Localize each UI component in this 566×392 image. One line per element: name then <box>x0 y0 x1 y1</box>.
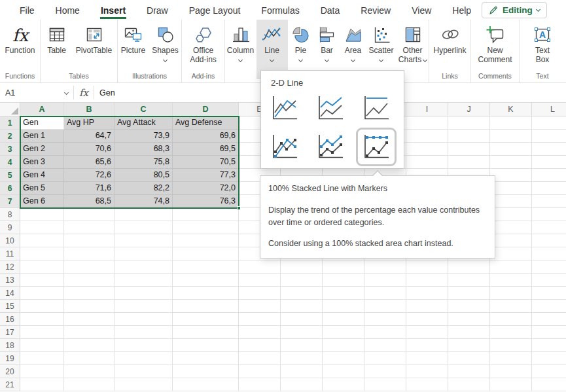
row-header-15[interactable]: 15 <box>0 300 20 313</box>
row-header-17[interactable]: 17 <box>0 326 20 339</box>
cell-B9[interactable] <box>64 221 115 234</box>
row-header-21[interactable]: 21 <box>0 378 20 391</box>
cell-F14[interactable] <box>281 287 323 300</box>
cell-K18[interactable] <box>490 339 532 352</box>
cell-J17[interactable] <box>448 326 490 339</box>
cell-A12[interactable] <box>20 260 64 274</box>
cell-B18[interactable] <box>64 339 115 352</box>
cell-C15[interactable] <box>115 300 173 313</box>
cell-G14[interactable] <box>323 287 364 300</box>
cell-E19[interactable] <box>239 352 281 365</box>
cell-A14[interactable] <box>20 287 64 300</box>
cell-C16[interactable] <box>115 313 173 326</box>
cell-B3[interactable]: 70,6 <box>64 143 115 156</box>
cell-A11[interactable] <box>20 247 64 260</box>
cell-E14[interactable] <box>239 287 281 300</box>
cell-C1[interactable]: Avg Attack <box>115 116 173 130</box>
cell-J4[interactable] <box>448 156 490 169</box>
cell-F17[interactable] <box>281 326 323 339</box>
cell-C5[interactable]: 80,5 <box>115 169 173 182</box>
cell-H18[interactable] <box>364 339 406 352</box>
row-header-2[interactable]: 2 <box>0 130 20 143</box>
cell-K2[interactable] <box>490 130 532 143</box>
cell-D9[interactable] <box>173 221 239 234</box>
cell-E17[interactable] <box>239 326 281 339</box>
cell-L7[interactable] <box>532 195 566 208</box>
cell-B6[interactable]: 71,6 <box>64 182 115 195</box>
cell-L18[interactable] <box>532 339 566 352</box>
cell-D14[interactable] <box>173 287 239 300</box>
menu-tab-formulas[interactable]: Formulas <box>251 1 310 18</box>
cell-A10[interactable] <box>20 234 64 247</box>
row-header-6[interactable]: 6 <box>0 182 20 195</box>
cell-L3[interactable] <box>532 143 566 156</box>
column-header-a[interactable]: A <box>20 103 64 116</box>
cell-J2[interactable] <box>448 130 490 143</box>
cell-K12[interactable] <box>490 260 532 274</box>
cell-H16[interactable] <box>364 313 406 326</box>
cell-K4[interactable] <box>490 156 532 169</box>
cell-A17[interactable] <box>20 326 64 339</box>
cell-L2[interactable] <box>532 130 566 143</box>
cell-D21[interactable] <box>173 378 239 391</box>
cell-C10[interactable] <box>115 234 173 247</box>
editing-mode-button[interactable]: Editing <box>482 2 547 18</box>
row-header-4[interactable]: 4 <box>0 156 20 169</box>
cell-J12[interactable] <box>448 260 490 274</box>
cell-K15[interactable] <box>490 300 532 313</box>
cell-D19[interactable] <box>173 352 239 365</box>
row-header-14[interactable]: 14 <box>0 287 20 300</box>
cell-A9[interactable] <box>20 221 64 234</box>
cell-D13[interactable] <box>173 274 239 287</box>
cell-H12[interactable] <box>364 260 406 274</box>
cell-F19[interactable] <box>281 352 323 365</box>
cell-C4[interactable]: 75,8 <box>115 156 173 169</box>
cell-H17[interactable] <box>364 326 406 339</box>
cell-A19[interactable] <box>20 352 64 365</box>
cell-B4[interactable]: 65,6 <box>64 156 115 169</box>
cell-A5[interactable]: Gen 4 <box>20 169 64 182</box>
new-comment-button[interactable]: NewComment <box>474 20 517 71</box>
row-header-20[interactable]: 20 <box>0 365 20 378</box>
cell-K3[interactable] <box>490 143 532 156</box>
cell-K10[interactable] <box>490 234 532 247</box>
menu-tab-draw[interactable]: Draw <box>136 1 179 18</box>
cell-C17[interactable] <box>115 326 173 339</box>
cell-E18[interactable] <box>239 339 281 352</box>
row-header-12[interactable]: 12 <box>0 260 20 274</box>
cell-L12[interactable] <box>532 260 566 274</box>
name-box-chevron-icon[interactable] <box>64 90 69 95</box>
cell-A21[interactable] <box>20 378 64 391</box>
cell-J15[interactable] <box>448 300 490 313</box>
cell-A7[interactable]: Gen 6 <box>20 195 64 208</box>
cell-I19[interactable] <box>406 352 448 365</box>
cell-D17[interactable] <box>173 326 239 339</box>
cell-G13[interactable] <box>323 274 364 287</box>
cell-D11[interactable] <box>173 247 239 260</box>
cell-F21[interactable] <box>281 378 323 391</box>
cell-E12[interactable] <box>239 260 281 274</box>
cell-I1[interactable] <box>406 116 448 130</box>
cell-C18[interactable] <box>115 339 173 352</box>
cell-B5[interactable]: 72,6 <box>64 169 115 182</box>
cell-K19[interactable] <box>490 352 532 365</box>
cell-A13[interactable] <box>20 274 64 287</box>
cell-B11[interactable] <box>64 247 115 260</box>
hyperlink-button[interactable]: Hyperlink <box>430 20 470 71</box>
name-box[interactable]: A1 <box>0 83 73 102</box>
cell-G19[interactable] <box>323 352 364 365</box>
cell-G21[interactable] <box>323 378 364 391</box>
cell-J13[interactable] <box>448 274 490 287</box>
pivottable-button[interactable]: PivotTable <box>72 20 116 71</box>
cell-A20[interactable] <box>20 365 64 378</box>
cell-D18[interactable] <box>173 339 239 352</box>
cell-B12[interactable] <box>64 260 115 274</box>
row-header-18[interactable]: 18 <box>0 339 20 352</box>
chart-option-stacked-line[interactable] <box>315 94 346 123</box>
cell-H21[interactable] <box>364 378 406 391</box>
cell-H14[interactable] <box>364 287 406 300</box>
select-all-corner[interactable] <box>0 103 20 116</box>
insert-function-icon[interactable]: fx <box>74 83 94 102</box>
cell-J1[interactable] <box>448 116 490 130</box>
cell-L9[interactable] <box>532 221 566 234</box>
